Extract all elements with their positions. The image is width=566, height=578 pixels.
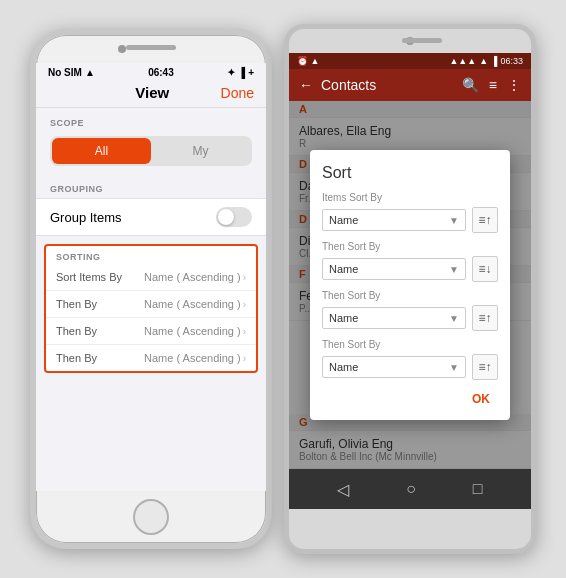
sort-section-label-3: Then Sort By (322, 290, 498, 301)
then-by-value-3: Name ( Ascending ) › (144, 352, 246, 364)
sort-dropdown-value-3: Name (329, 312, 358, 324)
sort-section-label-4: Then Sort By (322, 339, 498, 350)
sort-dropdown-arrow-4: ▼ (449, 362, 459, 373)
iphone-screen: No SIM ▲ 06:43 ✦ ▐ + View Done SCOPE (36, 63, 266, 491)
android-back-button[interactable]: ← (297, 75, 315, 95)
sort-dropdown-1[interactable]: Name ▼ (322, 209, 466, 231)
sort-dropdown-row-2: Name ▼ ≡↓ (322, 256, 498, 282)
then-by-value-2: Name ( Ascending ) › (144, 325, 246, 337)
android-screen: ⏰ ▲ ▲▲▲ ▲ ▐ 06:33 ← Contacts 🔍 ≡ ⋮ A (289, 53, 531, 509)
iphone: No SIM ▲ 06:43 ✦ ▐ + View Done SCOPE (30, 29, 272, 549)
sort-dropdown-value-4: Name (329, 361, 358, 373)
battery-plus: + (248, 67, 254, 78)
android-nav-back[interactable]: ◁ (337, 480, 349, 499)
scope-row: All My (36, 132, 266, 174)
then-by-chevron-1: › (243, 299, 246, 310)
sort-section-label-1: Items Sort By (322, 192, 498, 203)
sort-ok-button[interactable]: OK (464, 388, 498, 410)
android-speaker (402, 38, 442, 43)
android-toolbar: ← Contacts 🔍 ≡ ⋮ (289, 69, 531, 101)
sort-dialog: Sort Items Sort By Name ▼ ≡↑ (310, 150, 510, 420)
sort-dropdown-arrow-2: ▼ (449, 264, 459, 275)
ios-status-right: ✦ ▐ + (227, 67, 254, 78)
wifi-icon: ▲ (85, 67, 95, 78)
sort-order-btn-1[interactable]: ≡↑ (472, 207, 498, 233)
android-more-button[interactable]: ⋮ (505, 75, 523, 95)
sort-dropdown-arrow-3: ▼ (449, 313, 459, 324)
bluetooth-icon: ✦ (227, 67, 235, 78)
iphone-camera (118, 45, 126, 53)
group-items-toggle[interactable] (216, 207, 252, 227)
sort-dropdown-arrow-1: ▼ (449, 215, 459, 226)
sort-items-by-label: Sort Items By (56, 271, 122, 283)
iphone-home-button[interactable] (133, 499, 169, 535)
ios-nav-title: View (135, 84, 169, 101)
android: ⏰ ▲ ▲▲▲ ▲ ▐ 06:33 ← Contacts 🔍 ≡ ⋮ A (284, 24, 536, 554)
sort-order-btn-2[interactable]: ≡↓ (472, 256, 498, 282)
scope-segmented[interactable]: All My (50, 136, 252, 166)
android-nav-bar: ◁ ○ □ (289, 469, 531, 509)
sort-items-by-value: Name ( Ascending ) › (144, 271, 246, 283)
android-filter-button[interactable]: ≡ (487, 75, 499, 95)
sort-dropdown-value-2: Name (329, 263, 358, 275)
sort-dropdown-row-4: Name ▼ ≡↑ (322, 354, 498, 380)
scope-all-button[interactable]: All (52, 138, 151, 164)
sort-order-btn-3[interactable]: ≡↑ (472, 305, 498, 331)
android-status-left: ⏰ ▲ (297, 56, 319, 66)
sort-dropdown-3[interactable]: Name ▼ (322, 307, 466, 329)
group-items-label: Group Items (50, 210, 122, 225)
android-contact-list: A Albares, Ella Eng R D Da... Fr... D Di… (289, 101, 531, 469)
android-battery-icon: ▐ (491, 56, 497, 66)
then-by-row-3[interactable]: Then By Name ( Ascending ) › (46, 345, 256, 371)
battery-icon: ▐ (238, 67, 245, 78)
ios-content: SCOPE All My GROUPING Group Items SORTIN… (36, 108, 266, 491)
sort-dropdown-2[interactable]: Name ▼ (322, 258, 466, 280)
then-by-value-1: Name ( Ascending ) › (144, 298, 246, 310)
sorting-section-header: SORTING (46, 246, 256, 264)
sort-dropdown-value-1: Name (329, 214, 358, 226)
sort-section-label-2: Then Sort By (322, 241, 498, 252)
android-nav-home[interactable]: ○ (406, 480, 416, 498)
sort-dialog-footer: OK (322, 388, 498, 410)
ios-status-left: No SIM ▲ (48, 67, 95, 78)
grouping-section-header: GROUPING (36, 174, 266, 198)
android-time: 06:33 (500, 56, 523, 66)
iphone-speaker (126, 45, 176, 50)
then-by-label-3: Then By (56, 352, 97, 364)
ios-nav-bar: View Done (36, 80, 266, 108)
sort-order-icon-3: ≡↑ (478, 312, 491, 324)
sort-dialog-overlay: Sort Items Sort By Name ▼ ≡↑ (289, 101, 531, 469)
sort-items-by-chevron: › (243, 272, 246, 283)
sort-dropdown-row-3: Name ▼ ≡↑ (322, 305, 498, 331)
android-status-icons: ▲▲▲ ▲ ▐ 06:33 (449, 56, 523, 66)
sort-dialog-title: Sort (322, 164, 498, 182)
android-signal-icon: ▲▲▲ (449, 56, 476, 66)
group-items-row: Group Items (36, 198, 266, 236)
then-by-row-2[interactable]: Then By Name ( Ascending ) › (46, 318, 256, 345)
phones-container: No SIM ▲ 06:43 ✦ ▐ + View Done SCOPE (20, 14, 546, 564)
then-by-chevron-3: › (243, 353, 246, 364)
then-by-chevron-2: › (243, 326, 246, 337)
sort-dropdown-row-1: Name ▼ ≡↑ (322, 207, 498, 233)
sorting-box: SORTING Sort Items By Name ( Ascending )… (44, 244, 258, 373)
sort-order-btn-4[interactable]: ≡↑ (472, 354, 498, 380)
carrier-label: No SIM (48, 67, 82, 78)
sort-items-by-row[interactable]: Sort Items By Name ( Ascending ) › (46, 264, 256, 291)
android-search-button[interactable]: 🔍 (460, 75, 481, 95)
sort-order-icon-2: ≡↓ (478, 263, 491, 275)
ios-status-bar: No SIM ▲ 06:43 ✦ ▐ + (36, 63, 266, 80)
then-by-label-1: Then By (56, 298, 97, 310)
ios-done-button[interactable]: Done (221, 85, 254, 101)
android-nav-recent[interactable]: □ (473, 480, 483, 498)
android-toolbar-title: Contacts (321, 77, 454, 93)
sort-order-icon-1: ≡↑ (478, 214, 491, 226)
scope-section-header: SCOPE (36, 108, 266, 132)
android-wifi-icon: ▲ (479, 56, 488, 66)
ios-time: 06:43 (148, 67, 174, 78)
then-by-row-1[interactable]: Then By Name ( Ascending ) › (46, 291, 256, 318)
then-by-label-2: Then By (56, 325, 97, 337)
sort-order-icon-4: ≡↑ (478, 361, 491, 373)
scope-my-button[interactable]: My (151, 138, 250, 164)
android-status-bar: ⏰ ▲ ▲▲▲ ▲ ▐ 06:33 (289, 53, 531, 69)
sort-dropdown-4[interactable]: Name ▼ (322, 356, 466, 378)
